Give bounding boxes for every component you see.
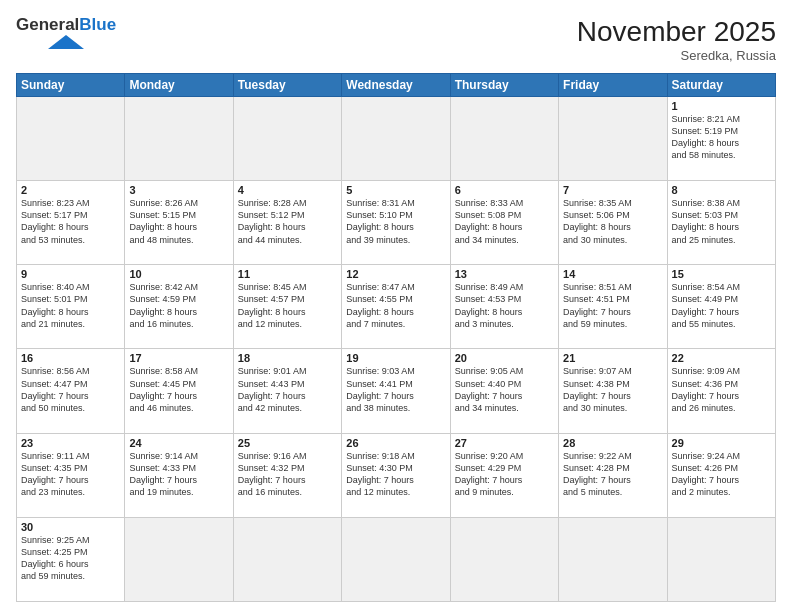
title-block: November 2025 Seredka, Russia [577,16,776,63]
calendar-row: 9Sunrise: 8:40 AM Sunset: 5:01 PM Daylig… [17,265,776,349]
day-number: 10 [129,268,228,280]
calendar-cell [125,517,233,601]
day-number: 16 [21,352,120,364]
day-number: 27 [455,437,554,449]
calendar-cell [342,97,450,181]
calendar-cell [559,517,667,601]
month-year: November 2025 [577,16,776,48]
day-info: Sunrise: 9:20 AM Sunset: 4:29 PM Dayligh… [455,450,554,499]
day-info: Sunrise: 8:51 AM Sunset: 4:51 PM Dayligh… [563,281,662,330]
calendar-cell: 27Sunrise: 9:20 AM Sunset: 4:29 PM Dayli… [450,433,558,517]
calendar-cell [450,97,558,181]
day-number: 3 [129,184,228,196]
day-number: 6 [455,184,554,196]
day-number: 7 [563,184,662,196]
day-info: Sunrise: 8:28 AM Sunset: 5:12 PM Dayligh… [238,197,337,246]
day-info: Sunrise: 8:56 AM Sunset: 4:47 PM Dayligh… [21,365,120,414]
day-info: Sunrise: 8:49 AM Sunset: 4:53 PM Dayligh… [455,281,554,330]
header-thursday: Thursday [450,74,558,97]
day-number: 18 [238,352,337,364]
logo-triangle-icon [48,35,84,49]
day-info: Sunrise: 9:07 AM Sunset: 4:38 PM Dayligh… [563,365,662,414]
day-number: 11 [238,268,337,280]
day-number: 24 [129,437,228,449]
day-info: Sunrise: 8:42 AM Sunset: 4:59 PM Dayligh… [129,281,228,330]
calendar-cell: 13Sunrise: 8:49 AM Sunset: 4:53 PM Dayli… [450,265,558,349]
calendar-cell: 9Sunrise: 8:40 AM Sunset: 5:01 PM Daylig… [17,265,125,349]
day-number: 12 [346,268,445,280]
day-info: Sunrise: 9:16 AM Sunset: 4:32 PM Dayligh… [238,450,337,499]
day-info: Sunrise: 9:24 AM Sunset: 4:26 PM Dayligh… [672,450,771,499]
calendar-cell: 23Sunrise: 9:11 AM Sunset: 4:35 PM Dayli… [17,433,125,517]
calendar-row: 1Sunrise: 8:21 AM Sunset: 5:19 PM Daylig… [17,97,776,181]
day-info: Sunrise: 9:01 AM Sunset: 4:43 PM Dayligh… [238,365,337,414]
day-number: 29 [672,437,771,449]
weekday-header-row: Sunday Monday Tuesday Wednesday Thursday… [17,74,776,97]
calendar-row: 23Sunrise: 9:11 AM Sunset: 4:35 PM Dayli… [17,433,776,517]
calendar-cell: 24Sunrise: 9:14 AM Sunset: 4:33 PM Dayli… [125,433,233,517]
calendar-cell: 15Sunrise: 8:54 AM Sunset: 4:49 PM Dayli… [667,265,775,349]
calendar-cell: 2Sunrise: 8:23 AM Sunset: 5:17 PM Daylig… [17,181,125,265]
logo-blue: Blue [79,15,116,34]
header-friday: Friday [559,74,667,97]
day-info: Sunrise: 8:38 AM Sunset: 5:03 PM Dayligh… [672,197,771,246]
day-info: Sunrise: 9:25 AM Sunset: 4:25 PM Dayligh… [21,534,120,583]
calendar-cell: 30Sunrise: 9:25 AM Sunset: 4:25 PM Dayli… [17,517,125,601]
day-number: 2 [21,184,120,196]
day-number: 30 [21,521,120,533]
day-number: 22 [672,352,771,364]
calendar-cell [667,517,775,601]
day-info: Sunrise: 8:23 AM Sunset: 5:17 PM Dayligh… [21,197,120,246]
day-info: Sunrise: 9:18 AM Sunset: 4:30 PM Dayligh… [346,450,445,499]
calendar-cell: 20Sunrise: 9:05 AM Sunset: 4:40 PM Dayli… [450,349,558,433]
day-number: 20 [455,352,554,364]
calendar-cell: 18Sunrise: 9:01 AM Sunset: 4:43 PM Dayli… [233,349,341,433]
day-info: Sunrise: 8:35 AM Sunset: 5:06 PM Dayligh… [563,197,662,246]
calendar-row: 30Sunrise: 9:25 AM Sunset: 4:25 PM Dayli… [17,517,776,601]
calendar-cell: 5Sunrise: 8:31 AM Sunset: 5:10 PM Daylig… [342,181,450,265]
calendar-cell: 29Sunrise: 9:24 AM Sunset: 4:26 PM Dayli… [667,433,775,517]
day-number: 13 [455,268,554,280]
calendar-cell: 19Sunrise: 9:03 AM Sunset: 4:41 PM Dayli… [342,349,450,433]
day-info: Sunrise: 8:54 AM Sunset: 4:49 PM Dayligh… [672,281,771,330]
header-monday: Monday [125,74,233,97]
day-number: 21 [563,352,662,364]
day-info: Sunrise: 8:47 AM Sunset: 4:55 PM Dayligh… [346,281,445,330]
calendar-cell [233,97,341,181]
calendar-cell: 11Sunrise: 8:45 AM Sunset: 4:57 PM Dayli… [233,265,341,349]
calendar-page: GeneralBlue November 2025 Seredka, Russi… [0,0,792,612]
calendar-cell [450,517,558,601]
calendar-cell: 3Sunrise: 8:26 AM Sunset: 5:15 PM Daylig… [125,181,233,265]
day-info: Sunrise: 8:26 AM Sunset: 5:15 PM Dayligh… [129,197,228,246]
calendar-cell [233,517,341,601]
calendar-cell: 7Sunrise: 8:35 AM Sunset: 5:06 PM Daylig… [559,181,667,265]
day-info: Sunrise: 9:09 AM Sunset: 4:36 PM Dayligh… [672,365,771,414]
calendar-cell: 28Sunrise: 9:22 AM Sunset: 4:28 PM Dayli… [559,433,667,517]
day-info: Sunrise: 9:22 AM Sunset: 4:28 PM Dayligh… [563,450,662,499]
header-sunday: Sunday [17,74,125,97]
day-info: Sunrise: 8:31 AM Sunset: 5:10 PM Dayligh… [346,197,445,246]
day-info: Sunrise: 8:40 AM Sunset: 5:01 PM Dayligh… [21,281,120,330]
header-tuesday: Tuesday [233,74,341,97]
day-info: Sunrise: 8:33 AM Sunset: 5:08 PM Dayligh… [455,197,554,246]
calendar-cell: 10Sunrise: 8:42 AM Sunset: 4:59 PM Dayli… [125,265,233,349]
day-number: 4 [238,184,337,196]
logo: GeneralBlue [16,16,116,49]
calendar-cell: 21Sunrise: 9:07 AM Sunset: 4:38 PM Dayli… [559,349,667,433]
day-info: Sunrise: 8:45 AM Sunset: 4:57 PM Dayligh… [238,281,337,330]
day-info: Sunrise: 9:14 AM Sunset: 4:33 PM Dayligh… [129,450,228,499]
calendar-table: Sunday Monday Tuesday Wednesday Thursday… [16,73,776,602]
day-info: Sunrise: 9:11 AM Sunset: 4:35 PM Dayligh… [21,450,120,499]
day-number: 26 [346,437,445,449]
day-number: 23 [21,437,120,449]
header: GeneralBlue November 2025 Seredka, Russi… [16,16,776,63]
calendar-cell: 14Sunrise: 8:51 AM Sunset: 4:51 PM Dayli… [559,265,667,349]
calendar-cell: 16Sunrise: 8:56 AM Sunset: 4:47 PM Dayli… [17,349,125,433]
day-number: 5 [346,184,445,196]
day-info: Sunrise: 9:05 AM Sunset: 4:40 PM Dayligh… [455,365,554,414]
day-info: Sunrise: 8:58 AM Sunset: 4:45 PM Dayligh… [129,365,228,414]
calendar-cell: 8Sunrise: 8:38 AM Sunset: 5:03 PM Daylig… [667,181,775,265]
day-number: 8 [672,184,771,196]
calendar-row: 2Sunrise: 8:23 AM Sunset: 5:17 PM Daylig… [17,181,776,265]
calendar-row: 16Sunrise: 8:56 AM Sunset: 4:47 PM Dayli… [17,349,776,433]
